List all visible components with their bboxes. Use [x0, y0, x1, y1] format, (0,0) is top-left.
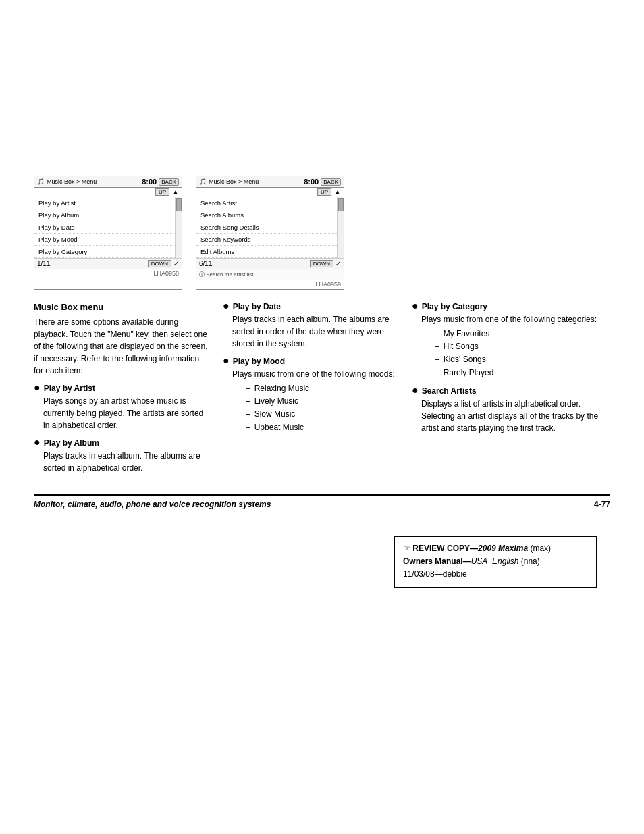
- col-middle: ● Play by Date Plays tracks in each albu…: [223, 302, 398, 481]
- bullet-play-date-body: Plays tracks in each album. The albums a…: [232, 313, 398, 350]
- review-copy-line1: ☞ REVIEW COPY—2009 Maxima (max): [403, 542, 588, 555]
- screen1-up-btn[interactable]: UP: [155, 188, 169, 196]
- bullet-search-artists-heading: ● Search Artists: [412, 386, 610, 396]
- bullet-play-album-title: Play by Album: [44, 438, 99, 448]
- screen1-footer: 1/11 DOWN ✓: [34, 258, 182, 269]
- category-rarelyplayed-label: Rarely Played: [444, 367, 494, 380]
- bullet-play-album: ● Play by Album Plays tracks in each alb…: [34, 438, 209, 474]
- category-item-kidssongs: – Kids' Songs: [435, 353, 610, 366]
- mood-item-relaxing: – Relaxing Music: [246, 382, 398, 395]
- mood-item-upbeat: – Upbeat Music: [246, 421, 398, 434]
- intro-text: There are some options available during …: [34, 316, 209, 377]
- screen2-back-btn[interactable]: BACK: [321, 178, 341, 186]
- review-copy-line3: 11/03/08—debbie: [403, 568, 588, 581]
- review-copy-nna: (nna): [518, 556, 539, 566]
- menu-item-play-date[interactable]: Play by Date: [34, 221, 175, 234]
- screen2-scrollbar-thumb: [338, 198, 344, 211]
- screens-row: 🎵 Music Box > Menu 8:00 BACK UP ▲ Play b…: [34, 176, 610, 290]
- review-copy-owners: Owners Manual—: [403, 556, 471, 566]
- review-copy-container: ☞ REVIEW COPY—2009 Maxima (max) Owners M…: [34, 536, 610, 588]
- menu-item-search-song-details[interactable]: Search Song Details: [196, 221, 337, 234]
- review-copy-max-suffix: (max): [528, 544, 551, 553]
- mood-item-slow: – Slow Music: [246, 408, 398, 421]
- screen1-body: Play by Artist Play by Album Play by Dat…: [34, 197, 182, 258]
- category-sub-list: – My Favorites – Hit Songs – Kids' Songs: [435, 328, 610, 380]
- category-favorites-label: My Favorites: [444, 328, 490, 340]
- bullet-play-artist-title: Play by Artist: [44, 384, 95, 393]
- screen1-down-btn[interactable]: DOWN: [148, 260, 171, 267]
- mood-slow-label: Slow Music: [254, 408, 296, 421]
- review-copy-usa: USA_English: [471, 556, 519, 566]
- music-icon-1: 🎵: [37, 178, 45, 185]
- screen1-scrollbar-thumb: [176, 198, 182, 211]
- screen1-lha: LHA0958: [34, 269, 182, 278]
- category-item-hitsongs: – Hit Songs: [435, 340, 610, 353]
- bullet-play-category-title: Play by Category: [422, 302, 487, 311]
- col-right: ● Play by Category Plays music from one …: [412, 302, 610, 481]
- screen2-time-area: 8:00 BACK: [304, 178, 341, 186]
- content-area: Music Box menu There are some options av…: [34, 302, 610, 481]
- screen1-scrollbar[interactable]: [175, 197, 182, 258]
- bullet-play-date: ● Play by Date Plays tracks in each albu…: [223, 302, 398, 350]
- menu-item-search-artist[interactable]: Search Artist: [196, 197, 337, 209]
- bullet-dot-2: ●: [34, 437, 41, 448]
- top-space: [34, 27, 610, 176]
- screen2-up-btn[interactable]: UP: [317, 188, 331, 196]
- bullet-dot-3: ●: [223, 301, 230, 311]
- screen2-status: ⓘ Search the artist list: [196, 269, 344, 280]
- screen2-menu: Search Artist Search Albums Search Song …: [196, 197, 337, 258]
- bullet-dot-5: ●: [412, 301, 419, 311]
- screen2-time: 8:00: [304, 178, 319, 186]
- screen2-down-btn[interactable]: DOWN: [310, 260, 333, 267]
- mood-relaxing-label: Relaxing Music: [254, 382, 309, 395]
- screen1-header-left: 🎵 Music Box > Menu: [37, 178, 97, 185]
- menu-item-play-album[interactable]: Play by Album: [34, 209, 175, 221]
- bullet-play-album-body: Plays tracks in each album. The albums a…: [43, 450, 209, 474]
- menu-item-search-albums[interactable]: Search Albums: [196, 209, 337, 221]
- bullet-dot-6: ●: [412, 385, 419, 396]
- screen1-scroll-arrow: ▲: [172, 188, 179, 196]
- bullet-search-artists-title: Search Artists: [422, 386, 477, 396]
- bullet-play-category-body: Plays music from one of the following ca…: [421, 313, 610, 380]
- menu-item-play-category[interactable]: Play by Category: [34, 246, 175, 258]
- screen2-scrollbar[interactable]: [337, 197, 344, 258]
- screen1-header: 🎵 Music Box > Menu 8:00 BACK: [34, 176, 182, 188]
- bullet-search-artists: ● Search Artists Displays a list of arti…: [412, 386, 610, 434]
- screen1-checkmark: ✓: [173, 260, 179, 267]
- screen2-lha: LHA0959: [196, 280, 344, 289]
- footer-title: Monitor, climate, audio, phone and voice…: [34, 500, 271, 509]
- review-copy-maxima: 2009 Maxima: [478, 544, 528, 553]
- bullet-play-category: ● Play by Category Plays music from one …: [412, 302, 610, 380]
- screen1-title: Music Box > Menu: [47, 178, 97, 185]
- menu-item-play-artist[interactable]: Play by Artist: [34, 197, 175, 209]
- menu-item-play-mood[interactable]: Play by Mood: [34, 234, 175, 246]
- page-footer: Monitor, climate, audio, phone and voice…: [34, 494, 610, 509]
- bullet-play-mood: ● Play by Mood Plays music from one of t…: [223, 357, 398, 434]
- bullet-dot-1: ●: [34, 382, 41, 393]
- bullet-play-artist: ● Play by Artist Plays songs by an artis…: [34, 384, 209, 432]
- bullet-play-mood-title: Play by Mood: [233, 357, 285, 366]
- screen2-header-left: 🎵 Music Box > Menu: [199, 178, 259, 185]
- screen1-back-btn[interactable]: BACK: [159, 178, 179, 186]
- music-icon-2: 🎵: [199, 178, 207, 185]
- screen2-page-indicator: 6/11: [199, 260, 212, 267]
- screen2-nav: UP ▲: [196, 188, 344, 197]
- screen1: 🎵 Music Box > Menu 8:00 BACK UP ▲ Play b…: [34, 176, 182, 290]
- menu-item-search-keywords[interactable]: Search Keywords: [196, 234, 337, 246]
- menu-item-edit-albums[interactable]: Edit Albums: [196, 246, 337, 258]
- mood-lively-label: Lively Music: [254, 395, 298, 408]
- review-copy-box: ☞ REVIEW COPY—2009 Maxima (max) Owners M…: [394, 536, 597, 588]
- screen1-time-area: 8:00 BACK: [142, 178, 179, 186]
- screen2-header: 🎵 Music Box > Menu 8:00 BACK: [196, 176, 344, 188]
- screen1-footer-right: DOWN ✓: [148, 260, 179, 267]
- category-item-favorites: – My Favorites: [435, 328, 610, 340]
- screen1-menu: Play by Artist Play by Album Play by Dat…: [34, 197, 175, 258]
- screen1-time: 8:00: [142, 178, 157, 186]
- review-copy-line2: Owners Manual—USA_English (nna): [403, 555, 588, 568]
- screen2-body: Search Artist Search Albums Search Song …: [196, 197, 344, 258]
- mood-sub-list: – Relaxing Music – Lively Music – Slow M…: [246, 382, 398, 434]
- screen2-scroll-arrow: ▲: [334, 188, 341, 196]
- category-kidssongs-label: Kids' Songs: [444, 353, 486, 366]
- bullet-play-artist-body: Plays songs by an artist whose music is …: [43, 395, 209, 432]
- screen2-title: Music Box > Menu: [209, 178, 259, 185]
